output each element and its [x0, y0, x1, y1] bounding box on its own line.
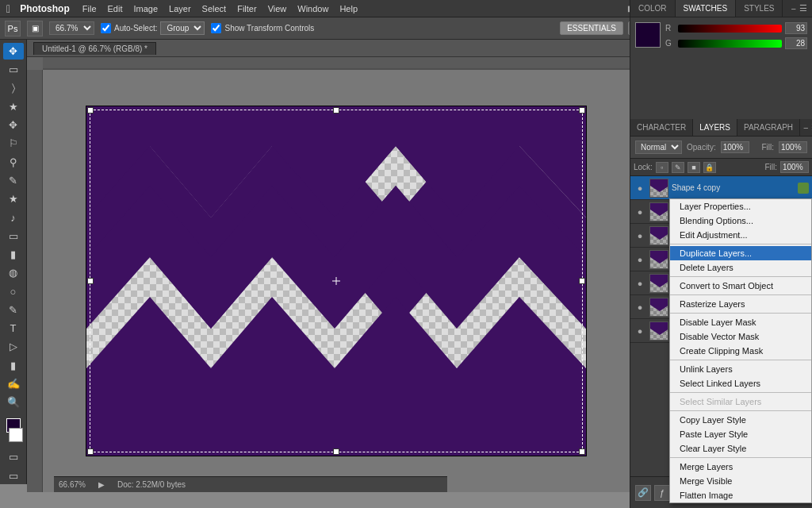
- select-rect-tool[interactable]: ▭: [3, 61, 24, 78]
- menu-layer[interactable]: Layer: [169, 4, 191, 13]
- menu-view[interactable]: View: [268, 4, 287, 13]
- essentials-btn[interactable]: ESSENTIALS: [560, 21, 623, 35]
- ctx-delete-layers[interactable]: Delete Layers: [670, 260, 811, 275]
- ctx-create-clipping-mask[interactable]: Create Clipping Mask: [670, 344, 811, 358]
- menu-edit[interactable]: Edit: [108, 4, 123, 13]
- ctx-convert-smart[interactable]: Convert to Smart Object: [670, 279, 811, 293]
- layer-thumbnail: [649, 298, 668, 317]
- background-color[interactable]: [9, 428, 23, 442]
- ctx-copy-layer-style[interactable]: Copy Layer Style: [670, 413, 811, 427]
- lock-position-btn[interactable]: ■: [688, 162, 700, 173]
- blend-mode-select[interactable]: Normal: [635, 140, 682, 154]
- ctx-sep-1: [670, 244, 811, 244]
- eye-icon[interactable]: ●: [634, 301, 646, 314]
- eye-icon[interactable]: ●: [634, 253, 646, 266]
- canvas: [86, 106, 586, 456]
- ctx-edit-adjustment[interactable]: Edit Adjustment...: [670, 228, 811, 242]
- lock-all-btn[interactable]: 🔒: [703, 162, 716, 173]
- quick-mask-btn[interactable]: ▭: [3, 448, 24, 465]
- panel-menu-icon[interactable]: ☰: [799, 3, 807, 13]
- path-select-tool[interactable]: ▷: [3, 338, 24, 355]
- tab-layers[interactable]: LAYERS: [693, 119, 737, 136]
- svg-marker-22: [650, 322, 668, 335]
- eye-icon[interactable]: ●: [634, 277, 646, 290]
- opacity-input[interactable]: [721, 141, 749, 153]
- gradient-tool[interactable]: ▮: [3, 246, 24, 263]
- auto-select-label: Auto-Select:: [114, 24, 157, 33]
- tab-paragraph[interactable]: PARAGRAPH: [737, 119, 800, 136]
- ctx-paste-layer-style[interactable]: Paste Layer Style: [670, 427, 811, 441]
- vertical-ruler: [27, 70, 43, 492]
- hand-tool[interactable]: ✍: [3, 375, 24, 392]
- eye-icon[interactable]: ●: [634, 325, 646, 337]
- status-arrow[interactable]: ▶: [98, 480, 105, 489]
- tab-styles[interactable]: STYLES: [736, 0, 783, 17]
- fill-input[interactable]: [779, 141, 807, 153]
- move-tool[interactable]: ✥: [3, 43, 24, 60]
- link-layers-btn[interactable]: 🔗: [635, 485, 651, 501]
- auto-select-type[interactable]: Group Layer: [160, 21, 205, 35]
- lasso-tool[interactable]: 〉: [3, 80, 24, 97]
- lock-transparent-btn[interactable]: ▫: [656, 162, 668, 173]
- history-tool[interactable]: ♪: [3, 209, 24, 225]
- blur-tool[interactable]: ◍: [3, 264, 24, 281]
- color-swatch-fg[interactable]: [635, 22, 661, 48]
- ctx-clear-layer-style[interactable]: Clear Layer Style: [670, 441, 811, 456]
- view-mode-dropdown[interactable]: 66.7%: [49, 21, 94, 35]
- g-slider[interactable]: [678, 40, 782, 48]
- ctx-rasterize[interactable]: Rasterize Layers: [670, 297, 811, 311]
- crop-tool[interactable]: ✥: [3, 117, 24, 133]
- text-tool[interactable]: T: [3, 320, 24, 337]
- magic-wand-tool[interactable]: ★: [3, 98, 24, 115]
- fill-label2: Fill:: [764, 163, 777, 171]
- apple-icon[interactable]: : [6, 2, 10, 15]
- ctx-select-linked[interactable]: Select Linked Layers: [670, 376, 811, 391]
- menu-select[interactable]: Select: [202, 4, 227, 13]
- document-tab[interactable]: Untitled-1 @ 66.7% (RGB/8) *: [33, 42, 156, 55]
- eraser-tool[interactable]: ▭: [3, 228, 24, 244]
- ctx-layer-properties[interactable]: Layer Properties...: [670, 199, 811, 214]
- clone-tool[interactable]: ★: [3, 190, 24, 207]
- menu-filter[interactable]: Filter: [237, 4, 256, 13]
- tab-swatches[interactable]: SWATCHES: [676, 0, 737, 17]
- eye-icon[interactable]: ●: [634, 206, 646, 218]
- transform-checkbox[interactable]: [211, 23, 221, 33]
- fill-input2[interactable]: [780, 161, 809, 173]
- r-value[interactable]: [785, 22, 807, 34]
- r-slider[interactable]: [678, 25, 782, 33]
- menu-file[interactable]: File: [82, 4, 97, 13]
- layers-collapse-icon[interactable]: −: [803, 123, 808, 133]
- ctx-unlink-layers[interactable]: Unlink Layers: [670, 362, 811, 376]
- eye-icon[interactable]: ●: [634, 182, 646, 194]
- ctx-blending-options[interactable]: Blending Options...: [670, 214, 811, 228]
- eyedropper-tool[interactable]: ⚐: [3, 135, 24, 152]
- lock-image-btn[interactable]: ✎: [672, 162, 684, 173]
- menu-image[interactable]: Image: [133, 4, 158, 13]
- eye-icon[interactable]: ●: [634, 229, 646, 242]
- add-style-btn[interactable]: ƒ: [654, 485, 670, 501]
- ctx-merge-visible[interactable]: Merge Visible: [670, 474, 811, 488]
- menu-help[interactable]: Help: [339, 4, 358, 13]
- ctx-merge-layers[interactable]: Merge Layers: [670, 460, 811, 474]
- ctx-flatten-image[interactable]: Flatten Image: [670, 488, 811, 502]
- tab-color[interactable]: COLOR: [630, 0, 676, 17]
- ctx-disable-vector-mask[interactable]: Disable Vector Mask: [670, 329, 811, 344]
- layer-row[interactable]: ● Shape 4 copy: [630, 176, 812, 200]
- heal-tool[interactable]: ⚲: [3, 154, 24, 171]
- ctx-duplicate-layers[interactable]: Duplicate Layers...: [670, 246, 811, 260]
- zoom-tool[interactable]: 🔍: [3, 394, 24, 410]
- menu-window[interactable]: Window: [297, 4, 328, 13]
- g-value[interactable]: [785, 37, 807, 49]
- tab-character[interactable]: CHARACTER: [630, 119, 693, 136]
- brush-tool[interactable]: ✎: [3, 172, 24, 189]
- dodge-tool[interactable]: ○: [3, 283, 24, 299]
- color-swatches: [4, 418, 23, 442]
- screen-mode-btn[interactable]: ▭: [3, 468, 24, 484]
- green-row: G: [665, 37, 807, 49]
- ctx-disable-layer-mask[interactable]: Disable Layer Mask: [670, 315, 811, 329]
- pen-tool[interactable]: ✎: [3, 302, 24, 318]
- zoom-level: 66.67%: [59, 480, 86, 489]
- shape-tool[interactable]: ▮: [3, 357, 24, 374]
- auto-select-checkbox[interactable]: [101, 23, 111, 33]
- panel-collapse-icon[interactable]: −: [791, 4, 796, 13]
